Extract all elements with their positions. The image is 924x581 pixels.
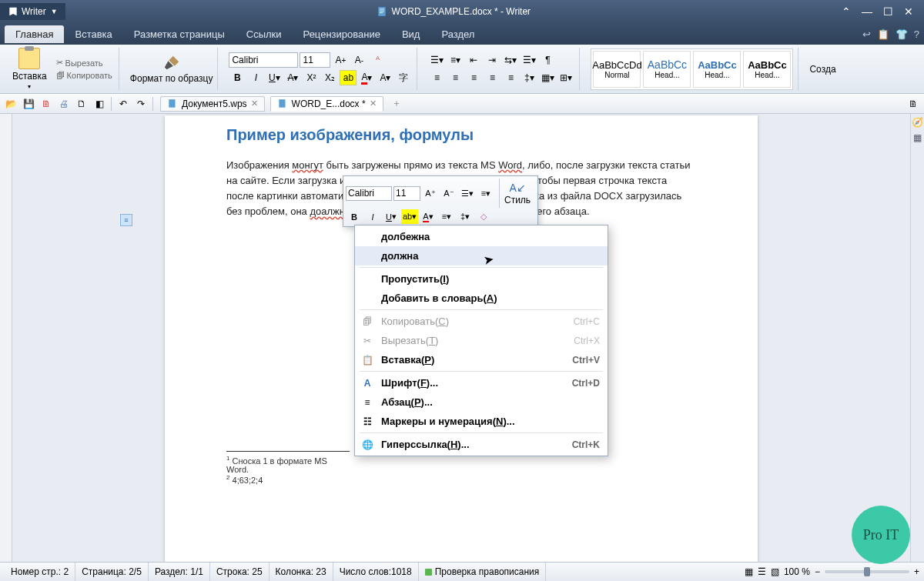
clipboard-icon[interactable]: 📋 [877,28,889,40]
ctx-suggestion-1[interactable]: долбежна [355,227,608,246]
italic-button[interactable]: I [247,70,264,85]
sb-page[interactable]: Страница: 2/5 [75,563,149,581]
zoom-in-button[interactable]: + [914,566,919,577]
open-button[interactable]: 📂 [3,96,18,112]
char-button[interactable]: ☰▾ [521,52,537,68]
align-justify-button[interactable]: ≡ [484,70,500,85]
tab-review[interactable]: Рецензирование [293,25,391,43]
sb-column[interactable]: Колонка: 23 [270,563,333,581]
mini-bullets[interactable]: ☰▾ [459,186,476,201]
ctx-paste[interactable]: 📋Вставка(P)Ctrl+V [355,350,608,369]
clear-format-button[interactable]: ᴬ [369,52,386,68]
mini-style-button[interactable]: A↙ Стиль [499,179,535,208]
mini-underline[interactable]: U▾ [383,209,400,224]
collapse-button[interactable]: ⌃ [842,5,851,18]
tab-page-layout[interactable]: Разметка страницы [123,25,236,43]
ctx-skip[interactable]: Пропустить(I) [355,269,608,289]
add-tab-button[interactable]: ＋ [386,95,407,112]
export-pdf-button[interactable]: 🗎 [38,96,54,112]
font-name-select[interactable] [229,52,298,68]
tab-section[interactable]: Раздел [430,25,485,43]
tab-home[interactable]: Главная [5,25,64,43]
minimize-button[interactable]: — [862,5,872,18]
mini-bold[interactable]: B [346,209,363,224]
highlight-button[interactable]: ab [340,70,357,85]
font-size-select[interactable] [300,52,330,68]
doc-tab-2[interactable]: WORD_E...docx * ✕ [270,96,383,112]
close-tab-icon[interactable]: ✕ [370,99,377,109]
tab-view[interactable]: Вид [391,25,431,43]
style-head1[interactable]: AaBbCcHead... [643,51,691,88]
char-shading-button[interactable]: A▾ [377,70,393,85]
subscript-button[interactable]: X₂ [321,70,338,85]
ctx-font[interactable]: AШрифт(F)...Ctrl+D [355,373,608,392]
mini-font-color[interactable]: A▾ [420,209,437,224]
undo-button[interactable]: ↶ [116,96,131,112]
align-left-button[interactable]: ≡ [428,70,445,85]
maximize-button[interactable]: ☐ [883,5,893,18]
zoom-value[interactable]: 100 % [784,566,810,577]
nav-pane-icon[interactable]: 🧭 [912,117,923,128]
mini-clear[interactable]: ◇ [475,209,492,224]
print-preview-button[interactable]: 🗋 [74,96,89,112]
pilcrow-button[interactable]: ¶ [539,52,556,68]
mini-shrink-font[interactable]: A⁻ [440,186,457,201]
style-head2[interactable]: AaBbCcHead... [693,51,741,88]
strike-button[interactable]: A▾ [284,70,301,85]
view-print-icon[interactable]: ▦ [745,566,753,577]
ctx-paragraph[interactable]: ≡Абзац(P)... [355,392,608,412]
sb-line[interactable]: Строка: 25 [210,563,270,581]
view-outline-icon[interactable]: ☰ [758,566,766,577]
tab-list-button[interactable]: 🗎 [906,96,921,112]
save-button[interactable]: 💾 [21,96,36,112]
outdent-button[interactable]: ⇤ [465,52,482,68]
sb-spellcheck[interactable]: Проверка правописания [419,563,547,581]
font-color-button[interactable]: A▾ [358,70,375,85]
tshirt-icon[interactable]: 👕 [896,28,908,40]
mini-align[interactable]: ≡▾ [438,209,455,224]
view-web-icon[interactable]: ▧ [771,566,779,577]
zoom-out-button[interactable]: − [815,566,820,577]
close-tab-icon[interactable]: ✕ [251,99,258,109]
mini-numbering[interactable]: ≡▾ [477,186,494,201]
indent-button[interactable]: ⇥ [484,52,500,68]
sb-section[interactable]: Раздел: 1/1 [149,563,210,581]
ctx-bullets[interactable]: ☷Маркеры и нумерация(N)... [355,412,608,431]
select-pane-icon[interactable]: ▦ [913,132,922,143]
print-button[interactable]: 🖨 [56,96,72,112]
superscript-button[interactable]: X² [303,70,320,85]
phonetic-button[interactable]: 字 [395,70,412,85]
create-label[interactable]: Созда [809,64,835,75]
style-normal[interactable]: AaBbCcDdNormal [593,51,641,88]
settings-button[interactable]: ◧ [92,96,107,112]
doc-tab-1[interactable]: Документ5.wps ✕ [160,96,265,112]
sb-page-number[interactable]: Номер стр.: 2 [5,563,75,581]
numbering-button[interactable]: ≡▾ [447,52,464,68]
section-marker-icon[interactable]: ≡ [120,214,132,226]
grow-font-button[interactable]: A+ [332,52,349,68]
mini-italic[interactable]: I [364,209,381,224]
shading-button[interactable]: ▦▾ [539,70,556,85]
line-spacing-button[interactable]: ‡▾ [521,70,537,85]
close-button[interactable]: ✕ [904,5,913,18]
paste-button[interactable]: Вставка▾ [9,46,50,92]
ctx-hyperlink[interactable]: 🌐Гиперссылка(H)...Ctrl+K [355,435,608,454]
bold-button[interactable]: B [229,70,246,85]
mini-grow-font[interactable]: A⁺ [422,186,439,201]
align-right-button[interactable]: ≡ [465,70,482,85]
app-menu[interactable]: Writer ▼ [0,3,65,20]
copy-button[interactable]: 🗐Копировать [55,70,114,81]
shrink-font-button[interactable]: A- [350,52,367,68]
format-painter-button[interactable]: Формат по образцу [130,55,213,84]
tab-button[interactable]: ⇆▾ [502,52,519,68]
borders-button[interactable]: ⊞▾ [557,70,574,85]
mini-size-select[interactable] [393,186,420,201]
sb-word-count[interactable]: Число слов:1018 [333,563,419,581]
tab-insert[interactable]: Вставка [64,25,122,43]
mini-font-select[interactable] [346,186,392,201]
mini-highlight[interactable]: ab▾ [401,209,418,224]
help-icon[interactable]: ? [914,28,919,40]
ctx-add-dict[interactable]: Добавить в словарь(A) [355,289,608,308]
redo-button[interactable]: ↷ [133,96,149,112]
style-head3[interactable]: AaBbCcHead... [743,51,791,88]
